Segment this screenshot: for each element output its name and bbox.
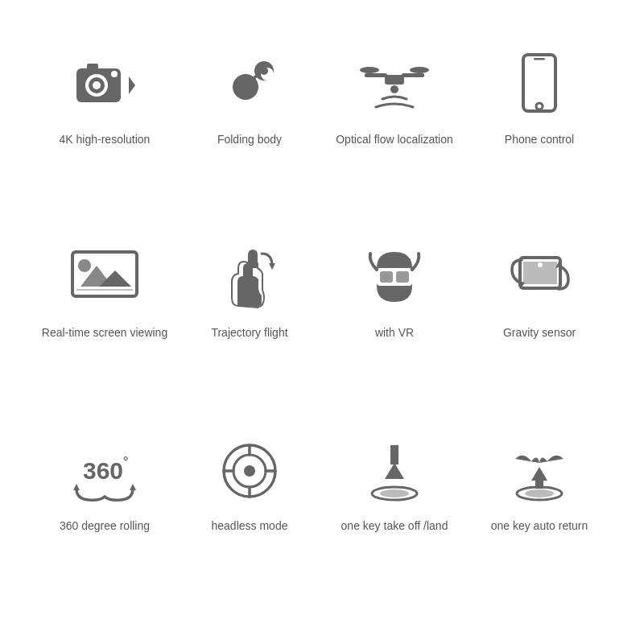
with-vr-label: with VR <box>375 325 414 341</box>
svg-point-16 <box>410 67 429 73</box>
svg-rect-50 <box>390 445 398 464</box>
feature-360-rolling: 360 ° 360 degree rolling <box>32 419 177 612</box>
svg-rect-30 <box>396 271 409 283</box>
svg-point-5 <box>111 71 118 77</box>
feature-one-key-takeoff: one key take off /land <box>322 419 467 612</box>
feature-phone-control: Phone control <box>467 32 612 225</box>
feature-optical-flow: Optical flow localization <box>322 32 467 225</box>
svg-marker-6 <box>129 76 135 94</box>
svg-marker-27 <box>269 263 275 270</box>
4k-resolution-label: 4K high-resolution <box>60 132 151 148</box>
svg-rect-21 <box>534 58 545 60</box>
svg-rect-4 <box>87 64 98 70</box>
optical-flow-icon <box>358 48 431 121</box>
svg-point-48 <box>380 489 409 497</box>
svg-point-20 <box>536 103 543 109</box>
svg-rect-12 <box>385 75 404 85</box>
svg-text:°: ° <box>123 455 128 469</box>
optical-flow-label: Optical flow localization <box>336 132 453 148</box>
360-rolling-icon: 360 ° <box>68 435 141 507</box>
gravity-sensor-icon <box>503 242 576 314</box>
feature-headless-mode: headless mode <box>177 419 322 612</box>
svg-marker-49 <box>385 463 404 479</box>
feature-trajectory-flight: Trajectory flight <box>177 225 322 419</box>
svg-marker-38 <box>73 484 80 490</box>
svg-marker-39 <box>130 484 136 490</box>
feature-4k-resolution: 4K high-resolution <box>32 32 177 225</box>
folding-body-icon <box>213 48 286 121</box>
svg-rect-29 <box>380 271 393 283</box>
feature-folding-body: Folding body <box>177 32 322 225</box>
one-key-return-label: one key auto return <box>491 518 588 535</box>
svg-point-10 <box>260 67 268 75</box>
phone-control-label: Phone control <box>505 132 574 148</box>
feature-realtime-screen: Real-time screen viewing <box>32 225 177 419</box>
features-grid: 4K high-resolution Folding body <box>32 32 612 612</box>
feature-gravity-sensor: Gravity sensor <box>467 225 612 419</box>
headless-mode-icon <box>213 435 286 507</box>
gravity-sensor-label: Gravity sensor <box>503 325 576 341</box>
one-key-takeoff-icon <box>358 435 431 507</box>
svg-point-35 <box>538 262 543 267</box>
folding-body-label: Folding body <box>217 132 282 148</box>
svg-point-3 <box>93 81 101 89</box>
svg-point-42 <box>244 465 255 477</box>
4k-resolution-icon <box>68 48 141 121</box>
realtime-screen-label: Real-time screen viewing <box>42 325 167 341</box>
svg-rect-55 <box>535 481 543 489</box>
svg-rect-19 <box>526 62 552 99</box>
trajectory-flight-icon <box>213 242 286 314</box>
svg-point-53 <box>525 489 554 497</box>
360-rolling-label: 360 degree rolling <box>60 518 150 535</box>
svg-text:360: 360 <box>83 457 123 484</box>
one-key-return-icon <box>503 435 576 507</box>
feature-with-vr: with VR <box>322 225 467 419</box>
realtime-screen-icon <box>68 242 141 314</box>
svg-rect-14 <box>402 73 424 77</box>
phone-control-icon <box>503 48 576 121</box>
svg-point-25 <box>78 259 91 272</box>
headless-mode-label: headless mode <box>212 518 288 535</box>
svg-marker-54 <box>531 467 547 481</box>
feature-one-key-return: one key auto return <box>467 419 612 612</box>
svg-point-15 <box>360 67 379 73</box>
svg-rect-13 <box>365 73 387 77</box>
trajectory-flight-label: Trajectory flight <box>211 325 287 341</box>
svg-point-17 <box>390 85 398 93</box>
one-key-takeoff-label: one key take off /land <box>341 518 448 535</box>
with-vr-icon <box>358 242 431 314</box>
